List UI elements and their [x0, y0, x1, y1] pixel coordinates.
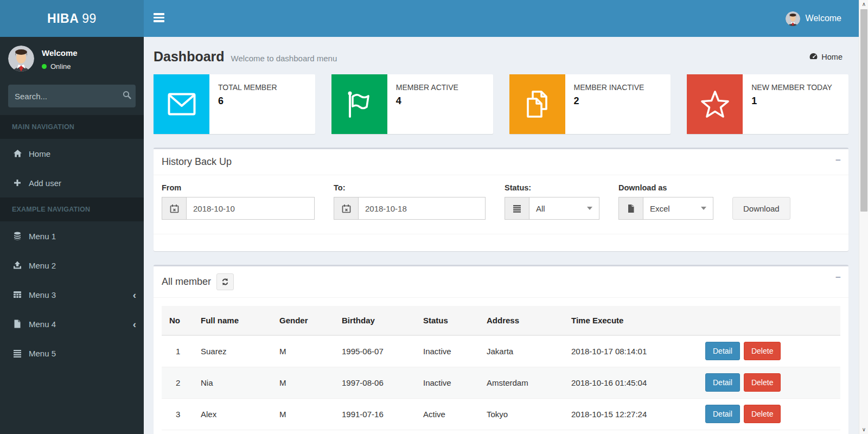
calendar-icon [334, 197, 358, 220]
sidebar-item-label: Add user [29, 178, 61, 188]
info-box-member-active: MEMBER ACTIVE 4 [331, 74, 493, 134]
sidebar-user-name: Welcome [42, 48, 78, 58]
file-icon [12, 320, 23, 328]
status-cell: Inactive [418, 367, 481, 398]
info-box-row: TOTAL MEMBER 6 MEMBER ACTIVE 4 [154, 74, 848, 134]
all-member-panel: All member − No Full name [154, 265, 848, 434]
info-box-label: MEMBER ACTIVE [396, 83, 458, 92]
sidebar-item-label: Menu 5 [29, 349, 56, 358]
sidebar-item-menu1[interactable]: Menu 1 [0, 221, 144, 251]
sidebar-item-home[interactable]: Home [0, 139, 144, 168]
table-row: 3 Alex M 1991-07-16 Active Tokyo 2018-10… [162, 398, 840, 430]
flag-icon [331, 74, 387, 134]
chevron-left-icon: ‹ [133, 290, 136, 300]
top-navbar: Welcome [144, 0, 859, 37]
navbar-user-menu[interactable]: Welcome [786, 0, 841, 37]
collapse-minus-icon[interactable]: − [835, 273, 841, 282]
upload-icon [12, 261, 23, 270]
to-label: To: [334, 183, 486, 192]
delete-button[interactable]: Delete [744, 342, 781, 360]
scrollbar-thumb[interactable] [860, 9, 867, 212]
table-row: 2 Nia M 1997-08-06 Inactive Amsterdam 20… [162, 367, 840, 398]
from-date-input[interactable] [186, 197, 315, 220]
table-row: 1 Suarez M 1995-06-07 Inactive Jakarta 2… [162, 335, 840, 367]
table-icon [12, 290, 23, 299]
list-icon [505, 197, 529, 220]
online-dot-icon [42, 64, 47, 69]
sidebar-item-menu5[interactable]: Menu 5 [0, 339, 144, 368]
status-cell: Active [418, 398, 481, 430]
envelope-icon [154, 74, 209, 134]
sidebar-user-status[interactable]: Online [42, 62, 78, 71]
home-icon [12, 149, 23, 158]
search-icon[interactable] [123, 91, 131, 101]
search-input[interactable] [15, 92, 123, 101]
sidebar-item-add-user[interactable]: Add user [0, 168, 144, 197]
members-table: No Full name Gender Birthday Status Addr… [162, 306, 840, 430]
chevron-down-icon [587, 207, 592, 210]
to-date-input[interactable] [358, 197, 486, 220]
history-backup-panel: History Back Up − From [154, 148, 848, 251]
info-box-label: NEW MEMBER TODAY [751, 83, 832, 92]
sidebar-item-menu4[interactable]: Menu 4 ‹ [0, 309, 144, 339]
sidebar-section-main: MAIN NAVIGATION [0, 115, 144, 139]
avatar [8, 46, 34, 72]
refresh-icon [221, 278, 229, 286]
sidebar-search [8, 85, 136, 107]
brand-number: 99 [82, 11, 97, 26]
vertical-scrollbar[interactable]: ∧ ∨ [859, 0, 868, 434]
brand-logo[interactable]: HIBA 99 [0, 0, 144, 37]
from-field-group: From [162, 183, 315, 220]
detail-button[interactable]: Detail [705, 405, 740, 423]
info-box-new-member-today: NEW MEMBER TODAY 1 [687, 74, 848, 134]
database-icon [12, 232, 23, 240]
info-box-value: 4 [396, 95, 458, 107]
sidebar-item-label: Menu 3 [29, 290, 127, 299]
scroll-down-icon[interactable]: ∨ [859, 425, 868, 434]
panel-title: All member [162, 276, 211, 288]
delete-button[interactable]: Delete [744, 373, 781, 392]
sidebar-item-label: Menu 1 [29, 232, 56, 241]
scroll-up-icon[interactable]: ∧ [859, 0, 868, 9]
collapse-minus-icon[interactable]: − [835, 156, 841, 165]
list-icon [12, 349, 23, 358]
download-button[interactable]: Download [732, 197, 790, 220]
info-box-total-member: TOTAL MEMBER 6 [154, 74, 315, 134]
refresh-button[interactable] [216, 273, 234, 290]
sidebar-item-label: Home [29, 149, 50, 158]
status-cell: Inactive [418, 335, 481, 367]
page-title: Dashboard [154, 49, 225, 65]
info-box-value: 6 [218, 95, 277, 107]
files-icon [509, 74, 565, 134]
download-format-select[interactable]: Excel [643, 197, 713, 220]
chevron-down-icon [701, 207, 706, 210]
main-content: Dashboard Welcome to dashboard menu Home [144, 37, 859, 434]
sidebar-item-menu3[interactable]: Menu 3 ‹ [0, 280, 144, 309]
info-box-value: 2 [574, 95, 644, 107]
detail-button[interactable]: Detail [705, 342, 740, 360]
sidebar-item-menu2[interactable]: Menu 2 [0, 251, 144, 280]
panel-title: History Back Up [162, 156, 232, 168]
sidebar-user-panel: Welcome Online [0, 37, 144, 78]
detail-button[interactable]: Detail [705, 373, 740, 392]
sidebar-item-label: Menu 2 [29, 261, 136, 270]
from-label: From [162, 183, 315, 192]
panel-footer [154, 234, 848, 251]
delete-button[interactable]: Delete [744, 405, 781, 423]
brand-bold: HIBA [47, 11, 79, 26]
sidebar-section-example: EXAMPLE NAVIGATION [0, 197, 144, 221]
sidebar-item-label: Menu 4 [29, 320, 127, 329]
status-select[interactable]: All [529, 197, 599, 220]
file-icon [618, 197, 643, 220]
dashboard-page: HIBA 99 Welcome [0, 0, 868, 434]
download-as-label: Download as [618, 183, 713, 192]
sidebar: Welcome Online MAIN NAVIGATION Home [0, 37, 144, 434]
breadcrumb[interactable]: Home [809, 52, 843, 62]
sidebar-toggle-icon[interactable] [154, 13, 165, 23]
status-label: Status: [505, 183, 599, 192]
info-box-member-inactive: MEMBER INACTIVE 2 [509, 74, 671, 134]
page-subtitle: Welcome to dashboard menu [231, 50, 337, 63]
status-field-group: Status: All [505, 183, 599, 220]
info-box-label: TOTAL MEMBER [218, 83, 277, 92]
star-icon [687, 74, 743, 134]
